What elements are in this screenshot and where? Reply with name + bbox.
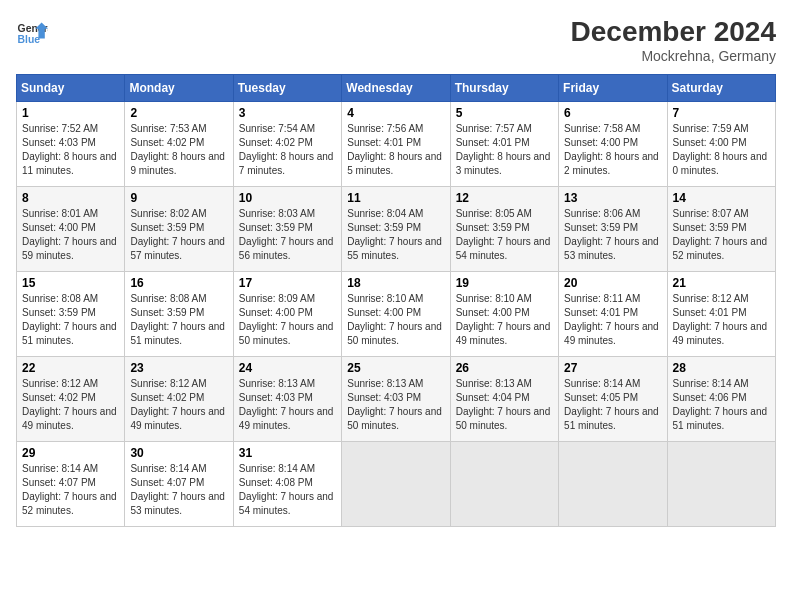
day-number: 1 xyxy=(22,106,119,120)
day-info: Sunrise: 7:52 AMSunset: 4:03 PMDaylight:… xyxy=(22,123,117,176)
weekday-header-row: SundayMondayTuesdayWednesdayThursdayFrid… xyxy=(17,75,776,102)
calendar-day-cell: 13 Sunrise: 8:06 AMSunset: 3:59 PMDaylig… xyxy=(559,187,667,272)
calendar-day-cell: 12 Sunrise: 8:05 AMSunset: 3:59 PMDaylig… xyxy=(450,187,558,272)
weekday-header-tuesday: Tuesday xyxy=(233,75,341,102)
day-number: 17 xyxy=(239,276,336,290)
day-number: 25 xyxy=(347,361,444,375)
day-info: Sunrise: 8:08 AMSunset: 3:59 PMDaylight:… xyxy=(130,293,225,346)
day-info: Sunrise: 8:14 AMSunset: 4:06 PMDaylight:… xyxy=(673,378,768,431)
day-info: Sunrise: 8:10 AMSunset: 4:00 PMDaylight:… xyxy=(347,293,442,346)
day-info: Sunrise: 8:14 AMSunset: 4:08 PMDaylight:… xyxy=(239,463,334,516)
day-info: Sunrise: 8:01 AMSunset: 4:00 PMDaylight:… xyxy=(22,208,117,261)
day-info: Sunrise: 7:57 AMSunset: 4:01 PMDaylight:… xyxy=(456,123,551,176)
calendar-week-row: 8 Sunrise: 8:01 AMSunset: 4:00 PMDayligh… xyxy=(17,187,776,272)
calendar-day-cell: 11 Sunrise: 8:04 AMSunset: 3:59 PMDaylig… xyxy=(342,187,450,272)
day-info: Sunrise: 8:12 AMSunset: 4:02 PMDaylight:… xyxy=(22,378,117,431)
calendar-day-cell: 31 Sunrise: 8:14 AMSunset: 4:08 PMDaylig… xyxy=(233,442,341,527)
day-info: Sunrise: 8:14 AMSunset: 4:07 PMDaylight:… xyxy=(22,463,117,516)
day-info: Sunrise: 8:12 AMSunset: 4:02 PMDaylight:… xyxy=(130,378,225,431)
day-number: 28 xyxy=(673,361,770,375)
day-number: 11 xyxy=(347,191,444,205)
day-number: 31 xyxy=(239,446,336,460)
calendar-week-row: 15 Sunrise: 8:08 AMSunset: 3:59 PMDaylig… xyxy=(17,272,776,357)
calendar-day-cell: 16 Sunrise: 8:08 AMSunset: 3:59 PMDaylig… xyxy=(125,272,233,357)
day-number: 14 xyxy=(673,191,770,205)
day-info: Sunrise: 8:04 AMSunset: 3:59 PMDaylight:… xyxy=(347,208,442,261)
weekday-header-sunday: Sunday xyxy=(17,75,125,102)
day-number: 6 xyxy=(564,106,661,120)
calendar-day-cell: 3 Sunrise: 7:54 AMSunset: 4:02 PMDayligh… xyxy=(233,102,341,187)
day-number: 21 xyxy=(673,276,770,290)
calendar-day-cell: 17 Sunrise: 8:09 AMSunset: 4:00 PMDaylig… xyxy=(233,272,341,357)
calendar-day-cell: 30 Sunrise: 8:14 AMSunset: 4:07 PMDaylig… xyxy=(125,442,233,527)
day-info: Sunrise: 8:09 AMSunset: 4:00 PMDaylight:… xyxy=(239,293,334,346)
day-number: 15 xyxy=(22,276,119,290)
day-number: 16 xyxy=(130,276,227,290)
calendar-day-cell xyxy=(559,442,667,527)
day-number: 30 xyxy=(130,446,227,460)
calendar-day-cell: 10 Sunrise: 8:03 AMSunset: 3:59 PMDaylig… xyxy=(233,187,341,272)
month-year-title: December 2024 xyxy=(571,16,776,48)
calendar-day-cell: 27 Sunrise: 8:14 AMSunset: 4:05 PMDaylig… xyxy=(559,357,667,442)
day-info: Sunrise: 8:10 AMSunset: 4:00 PMDaylight:… xyxy=(456,293,551,346)
day-info: Sunrise: 8:13 AMSunset: 4:04 PMDaylight:… xyxy=(456,378,551,431)
calendar-day-cell: 5 Sunrise: 7:57 AMSunset: 4:01 PMDayligh… xyxy=(450,102,558,187)
calendar-day-cell: 8 Sunrise: 8:01 AMSunset: 4:00 PMDayligh… xyxy=(17,187,125,272)
day-info: Sunrise: 7:53 AMSunset: 4:02 PMDaylight:… xyxy=(130,123,225,176)
calendar-day-cell: 7 Sunrise: 7:59 AMSunset: 4:00 PMDayligh… xyxy=(667,102,775,187)
weekday-header-monday: Monday xyxy=(125,75,233,102)
day-info: Sunrise: 8:11 AMSunset: 4:01 PMDaylight:… xyxy=(564,293,659,346)
day-number: 7 xyxy=(673,106,770,120)
day-number: 29 xyxy=(22,446,119,460)
calendar-day-cell: 14 Sunrise: 8:07 AMSunset: 3:59 PMDaylig… xyxy=(667,187,775,272)
day-info: Sunrise: 7:54 AMSunset: 4:02 PMDaylight:… xyxy=(239,123,334,176)
calendar-day-cell: 2 Sunrise: 7:53 AMSunset: 4:02 PMDayligh… xyxy=(125,102,233,187)
calendar-day-cell: 26 Sunrise: 8:13 AMSunset: 4:04 PMDaylig… xyxy=(450,357,558,442)
day-number: 4 xyxy=(347,106,444,120)
calendar-day-cell xyxy=(667,442,775,527)
calendar-day-cell: 24 Sunrise: 8:13 AMSunset: 4:03 PMDaylig… xyxy=(233,357,341,442)
calendar-week-row: 22 Sunrise: 8:12 AMSunset: 4:02 PMDaylig… xyxy=(17,357,776,442)
day-info: Sunrise: 8:05 AMSunset: 3:59 PMDaylight:… xyxy=(456,208,551,261)
day-number: 13 xyxy=(564,191,661,205)
day-number: 18 xyxy=(347,276,444,290)
day-number: 26 xyxy=(456,361,553,375)
calendar-day-cell: 25 Sunrise: 8:13 AMSunset: 4:03 PMDaylig… xyxy=(342,357,450,442)
day-info: Sunrise: 7:56 AMSunset: 4:01 PMDaylight:… xyxy=(347,123,442,176)
day-number: 2 xyxy=(130,106,227,120)
day-number: 19 xyxy=(456,276,553,290)
day-info: Sunrise: 8:02 AMSunset: 3:59 PMDaylight:… xyxy=(130,208,225,261)
day-info: Sunrise: 7:59 AMSunset: 4:00 PMDaylight:… xyxy=(673,123,768,176)
day-info: Sunrise: 8:13 AMSunset: 4:03 PMDaylight:… xyxy=(239,378,334,431)
day-info: Sunrise: 8:12 AMSunset: 4:01 PMDaylight:… xyxy=(673,293,768,346)
day-number: 23 xyxy=(130,361,227,375)
day-info: Sunrise: 8:07 AMSunset: 3:59 PMDaylight:… xyxy=(673,208,768,261)
day-number: 9 xyxy=(130,191,227,205)
day-info: Sunrise: 8:03 AMSunset: 3:59 PMDaylight:… xyxy=(239,208,334,261)
calendar-day-cell: 28 Sunrise: 8:14 AMSunset: 4:06 PMDaylig… xyxy=(667,357,775,442)
weekday-header-wednesday: Wednesday xyxy=(342,75,450,102)
calendar-day-cell: 21 Sunrise: 8:12 AMSunset: 4:01 PMDaylig… xyxy=(667,272,775,357)
calendar-day-cell: 6 Sunrise: 7:58 AMSunset: 4:00 PMDayligh… xyxy=(559,102,667,187)
day-number: 8 xyxy=(22,191,119,205)
calendar-table: SundayMondayTuesdayWednesdayThursdayFrid… xyxy=(16,74,776,527)
calendar-day-cell: 23 Sunrise: 8:12 AMSunset: 4:02 PMDaylig… xyxy=(125,357,233,442)
day-number: 20 xyxy=(564,276,661,290)
day-number: 5 xyxy=(456,106,553,120)
calendar-day-cell: 20 Sunrise: 8:11 AMSunset: 4:01 PMDaylig… xyxy=(559,272,667,357)
calendar-day-cell: 4 Sunrise: 7:56 AMSunset: 4:01 PMDayligh… xyxy=(342,102,450,187)
calendar-day-cell: 19 Sunrise: 8:10 AMSunset: 4:00 PMDaylig… xyxy=(450,272,558,357)
day-number: 24 xyxy=(239,361,336,375)
weekday-header-saturday: Saturday xyxy=(667,75,775,102)
calendar-week-row: 29 Sunrise: 8:14 AMSunset: 4:07 PMDaylig… xyxy=(17,442,776,527)
logo-icon: General Blue xyxy=(16,16,48,48)
day-info: Sunrise: 7:58 AMSunset: 4:00 PMDaylight:… xyxy=(564,123,659,176)
calendar-day-cell: 22 Sunrise: 8:12 AMSunset: 4:02 PMDaylig… xyxy=(17,357,125,442)
calendar-day-cell: 9 Sunrise: 8:02 AMSunset: 3:59 PMDayligh… xyxy=(125,187,233,272)
logo: General Blue xyxy=(16,16,48,48)
svg-text:Blue: Blue xyxy=(18,34,41,45)
calendar-day-cell xyxy=(342,442,450,527)
day-number: 3 xyxy=(239,106,336,120)
location-subtitle: Mockrehna, Germany xyxy=(571,48,776,64)
day-number: 12 xyxy=(456,191,553,205)
